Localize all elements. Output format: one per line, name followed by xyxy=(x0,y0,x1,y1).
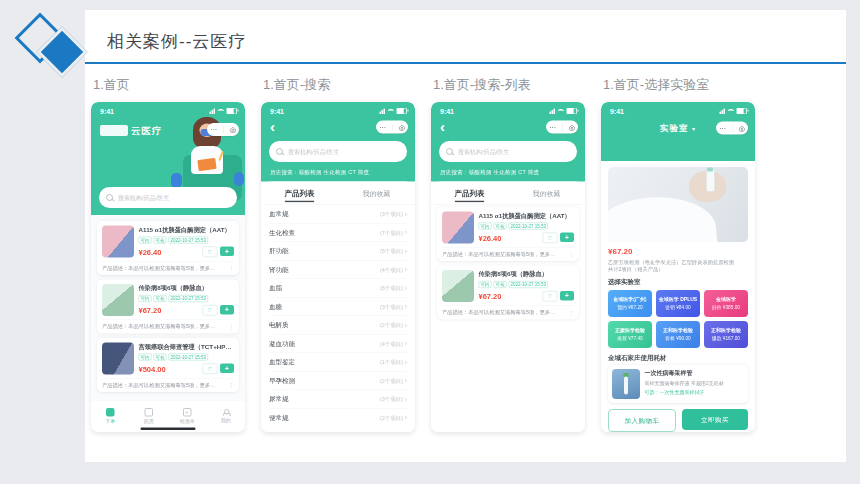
lab-option[interactable]: 金域医学(广州) 预约 ¥67.20 xyxy=(608,290,652,317)
list-item[interactable]: 血脂 (6个项目)› xyxy=(269,279,407,298)
product-card[interactable]: A115 α1抗胰蛋白酶测定（AAT） 可约 可检 2022-10-27 15:… xyxy=(97,221,239,275)
miniapp-capsule[interactable]: ⋯ ◎ xyxy=(376,121,408,134)
product-card[interactable]: A115 α1抗胰蛋白酶测定（AAT） 可约 可检 2022-10-27 15:… xyxy=(437,207,579,261)
search-bar[interactable] xyxy=(269,141,407,162)
search-history[interactable]: 历史搜索：核酸检测 生化检测 CT 筛查 xyxy=(270,168,406,176)
tag-badge: 可检 xyxy=(154,354,167,361)
close-icon[interactable]: ◎ xyxy=(569,124,575,131)
list-item[interactable]: 凝血功能 (4个项目)› xyxy=(269,335,407,354)
search-history[interactable]: 历史搜索：核酸检测 生化检测 CT 筛查 xyxy=(440,168,576,176)
favorite-button[interactable]: ♡ xyxy=(203,247,218,258)
list-item[interactable]: 血常规 (3个项目)› xyxy=(269,205,407,224)
product-tags: 可约 可检 2022-10-27 15:53 xyxy=(139,354,235,361)
tab-pharmacy[interactable]: 药房 xyxy=(130,408,169,425)
search-input[interactable] xyxy=(117,194,230,202)
miniapp-capsule[interactable]: ⋯ ◎ xyxy=(207,123,239,136)
search-input[interactable] xyxy=(287,148,400,156)
back-icon[interactable]: ‹ xyxy=(440,120,445,135)
item-count: (2个项目) xyxy=(380,321,403,329)
list-item[interactable]: 血型鉴定 (1个项目)› xyxy=(269,353,407,372)
product-description-row[interactable]: 产品描述：本品可以检测艾滋梅毒等5项，更多… ⋮ xyxy=(102,320,234,331)
lab-option[interactable]: 金域医学 DPLUS 促销 ¥84.00 xyxy=(656,290,700,317)
buy-now-button[interactable]: 立即购买 xyxy=(682,409,748,430)
list-item[interactable]: 血糖 (3个项目)› xyxy=(269,298,407,317)
close-icon[interactable]: ◎ xyxy=(230,126,236,133)
list-item[interactable]: 便常规 (2个项目)› xyxy=(269,409,407,427)
tab-favorites[interactable]: 我的收藏 xyxy=(533,189,561,197)
product-description-row[interactable]: 产品描述：本品可以检测艾滋梅毒等5项，更多… ⋮ xyxy=(442,306,574,317)
add-to-cart-button[interactable]: + xyxy=(220,305,234,315)
material-card[interactable]: 一次性病毒采样管 采样无菌病毒保存液 常规用2支耗材 可选：一次性无菌采样拭子 xyxy=(608,365,748,403)
back-icon[interactable]: ‹ xyxy=(270,120,275,135)
list-item[interactable]: 尿常规 (3个项目)› xyxy=(269,390,407,409)
page-title[interactable]: 实验室 ▾ xyxy=(660,122,696,134)
add-to-cart-button[interactable]: + xyxy=(560,233,574,243)
miniapp-capsule[interactable]: ⋯ ◎ xyxy=(546,121,578,134)
product-description-row[interactable]: 产品描述：本品可以检测艾滋梅毒等5项，更多… ⋮ xyxy=(102,378,234,389)
search-bar[interactable] xyxy=(439,141,577,162)
tab-product-list[interactable]: 产品列表 xyxy=(285,188,315,202)
add-to-cart-button[interactable]: + xyxy=(560,291,574,301)
favorite-button[interactable]: ♡ xyxy=(543,291,558,302)
date-badge: 2022-10-27 15:53 xyxy=(169,295,209,302)
tab-product-list[interactable]: 产品列表 xyxy=(455,188,485,202)
product-description: 产品描述：本品可以检测艾滋梅毒等5项，更多… xyxy=(102,265,215,272)
more-vert-icon: ⋮ xyxy=(228,323,234,330)
mockup-search: 1.首页-搜索 9:41 ‹ xyxy=(261,76,415,432)
tag-badge: 可检 xyxy=(494,223,507,230)
list-item[interactable]: 肝功能 (5个项目)› xyxy=(269,242,407,261)
item-count: (3个项目) xyxy=(380,210,403,218)
material-link[interactable]: 可选：一次性无菌采样拭子 xyxy=(645,389,724,396)
lab-option[interactable]: 金域医学 好价 ¥385.00 xyxy=(704,290,748,317)
tab-profile[interactable]: 我的 xyxy=(207,409,246,424)
status-bar: 9:41 xyxy=(431,102,585,116)
favorite-button[interactable]: ♡ xyxy=(203,305,218,316)
search-input[interactable] xyxy=(457,148,570,156)
lab-option[interactable]: 正和医学检验 套餐 ¥90.00 xyxy=(656,321,700,348)
more-icon[interactable]: ⋯ xyxy=(210,126,217,133)
list-item[interactable]: 肾功能 (4个项目)› xyxy=(269,261,407,280)
more-icon[interactable]: ⋯ xyxy=(719,125,726,132)
product-card[interactable]: 宫颈癌联合筛查管理（TCT+HPV） 可约 可检 2022-10-27 15:5… xyxy=(97,338,239,392)
slide-title: 相关案例--云医疗 xyxy=(107,30,246,53)
list-item[interactable]: 生化检查 (7个项目)› xyxy=(269,224,407,243)
product-description-row[interactable]: 产品描述：本品可以检测艾滋梅毒等5项，更多… ⋮ xyxy=(102,261,234,272)
more-icon[interactable]: ⋯ xyxy=(379,124,386,131)
product-image xyxy=(442,212,474,244)
product-description: 产品描述：本品可以检测艾滋梅毒等5项，更多… xyxy=(442,251,555,258)
lab-option[interactable]: 正和医学检验 爆款 ¥167.00 xyxy=(704,321,748,348)
product-description-row[interactable]: 产品描述：本品可以检测艾滋梅毒等5项，更多… ⋮ xyxy=(442,247,574,258)
wifi-icon xyxy=(218,109,225,114)
chevron-right-icon: › xyxy=(405,340,407,348)
product-card[interactable]: 传染病8项6项（静脉血） 可约 可检 2022-10-27 15:53 ¥67.… xyxy=(97,280,239,334)
close-icon[interactable]: ◎ xyxy=(399,124,405,131)
status-bar: 9:41 xyxy=(261,102,415,116)
search-bar[interactable] xyxy=(99,187,237,208)
lab-option[interactable]: 正康医学检验 推荐 ¥77.40 xyxy=(608,321,652,348)
product-title: 传染病8项6项（静脉血） xyxy=(479,270,575,279)
tab-reports[interactable]: 检测单 xyxy=(168,408,207,425)
plant-shape xyxy=(171,173,182,188)
section-title-labs: 选择实验室 xyxy=(608,277,748,286)
miniapp-capsule[interactable]: ⋯ ◎ xyxy=(716,122,748,135)
more-icon[interactable]: ⋯ xyxy=(549,124,556,131)
favorite-button[interactable]: ♡ xyxy=(203,364,218,375)
product-title: 传染病8项6项（静脉血） xyxy=(139,284,235,293)
add-to-cart-button[interactable]: + xyxy=(220,364,234,374)
close-icon[interactable]: ◎ xyxy=(739,125,745,132)
tab-favorites[interactable]: 我的收藏 xyxy=(363,189,391,197)
status-time: 9:41 xyxy=(100,107,114,115)
product-tags: 可约 可检 2022-10-27 15:53 xyxy=(139,237,235,244)
shop-icon xyxy=(145,408,154,417)
list-item[interactable]: 电解质 (2个项目)› xyxy=(269,316,407,335)
tab-order[interactable]: 下单 xyxy=(91,408,130,425)
list-item[interactable]: 早孕检测 (2个项目)› xyxy=(269,372,407,391)
product-card[interactable]: 传染病8项6项（静脉血） 可约 可检 2022-10-27 15:53 ¥67.… xyxy=(437,266,579,320)
add-to-cart-button[interactable]: + xyxy=(220,247,234,257)
product-price: ¥504.00 xyxy=(139,365,166,374)
add-to-cart-button[interactable]: 加入购物车 xyxy=(608,409,676,432)
favorite-button[interactable]: ♡ xyxy=(543,233,558,244)
wifi-icon xyxy=(728,109,735,114)
item-count: (1个项目) xyxy=(380,358,403,366)
chevron-right-icon: › xyxy=(405,247,407,255)
